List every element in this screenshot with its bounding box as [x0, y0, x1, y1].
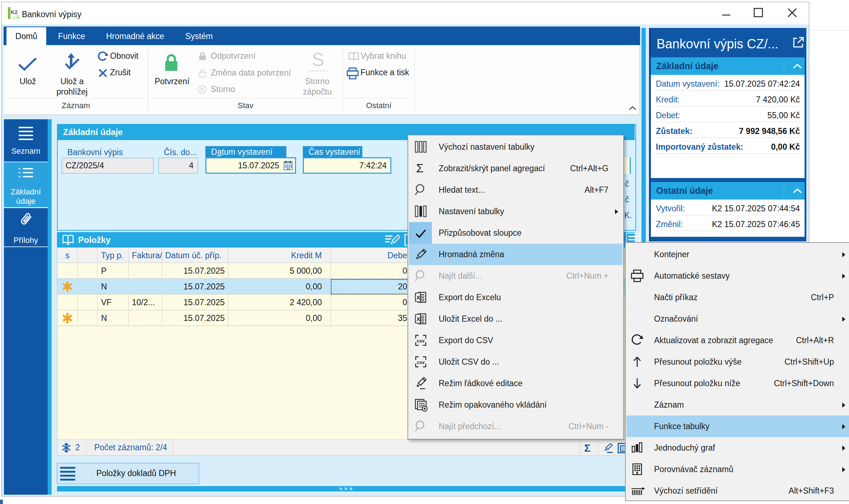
svg-text:csv: csv — [417, 360, 425, 365]
svg-text:X: X — [416, 316, 420, 322]
svg-text:csv: csv — [417, 338, 425, 344]
svg-text:X: X — [416, 294, 420, 301]
